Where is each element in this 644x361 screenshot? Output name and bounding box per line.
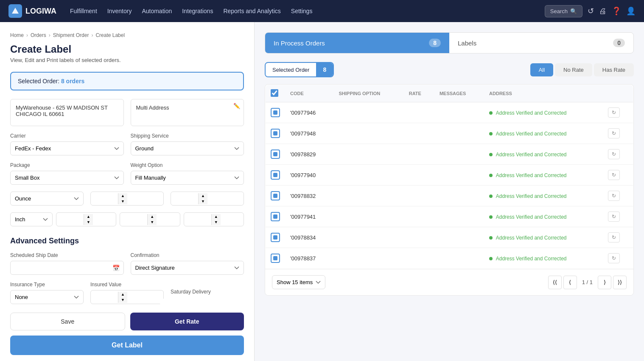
nav-settings[interactable]: Settings [291,6,313,16]
print-icon[interactable]: 🖨 [599,7,607,16]
row-icon[interactable] [271,170,280,180]
nav-integrations[interactable]: Integrations [182,6,213,16]
weight-field-1[interactable]: 0.00 [91,192,118,205]
search-box[interactable]: Search 🔍 [545,5,582,17]
table-row: '00978832 Address Verified and Corrected… [266,186,633,206]
weight-up-1[interactable]: ▲ [118,193,127,199]
breadcrumb-shipment-order[interactable]: Shipment Order [53,32,89,38]
status-text: Address Verified and Corrected [496,172,567,178]
refresh-button[interactable]: ↻ [608,212,620,222]
col-code: CODE [285,85,333,102]
table-row: '00978829 Address Verified and Corrected… [266,144,633,165]
dim-length-field[interactable]: 5.00 in [56,213,84,226]
refresh-button[interactable]: ↻ [608,128,620,138]
page-prev[interactable]: ⟨ [563,276,577,289]
weight-down-2[interactable]: ▼ [199,199,207,204]
refresh-button[interactable]: ↻ [608,253,620,263]
confirmation-select[interactable]: Direct Signature [131,261,244,275]
insurance-type-select[interactable]: None [10,290,84,304]
dim-width-field[interactable]: 3.50 in [120,213,147,226]
row-rate [404,102,434,123]
row-icon[interactable] [271,129,280,138]
panel-tabs: In Process Orders 8 Labels 0 [265,32,634,54]
row-icon[interactable] [271,149,280,159]
refresh-button[interactable]: ↻ [608,149,620,159]
history-icon[interactable]: ↺ [588,6,594,16]
carrier-label: Carrier [10,133,124,139]
dim-width-down[interactable]: ▼ [148,220,157,225]
scheduled-ship-date-col: Scheduled Ship Date 2024/01/06 📅 [10,252,124,275]
dim-length-down[interactable]: ▼ [84,220,93,225]
dim-height-spinner: ▲ ▼ [211,214,221,225]
filter-selected-label: Selected Order [266,63,316,76]
filter-has-rate-btn[interactable]: Has Rate [594,63,634,76]
dim-width-up[interactable]: ▲ [148,214,157,220]
confirmation-col: Confirmation Direct Signature [131,252,244,275]
filter-all-btn[interactable]: All [530,63,553,76]
row-refresh: ↻ [603,165,633,186]
row-icon[interactable] [271,212,280,221]
row-shipping-option [333,123,403,144]
help-icon[interactable]: ❓ [612,6,621,16]
weight-up-2[interactable]: ▲ [199,193,207,199]
row-checkbox-cell [266,206,286,227]
row-address: Address Verified and Corrected [484,206,603,227]
user-icon[interactable]: 👤 [626,6,636,16]
dim-length-up[interactable]: ▲ [84,214,93,220]
show-items-select[interactable]: Show 15 items Show 5 items Show 10 items… [272,275,325,289]
filter-no-rate-btn[interactable]: No Rate [555,63,592,76]
refresh-button[interactable]: ↻ [608,107,620,118]
carrier-select[interactable]: FedEx - Fedex [10,141,124,155]
nav-automation[interactable]: Automation [142,6,172,16]
page-layout: Home › Orders › Shipment Order › Create … [0,22,644,361]
row-icon-inner [273,194,277,198]
breadcrumb-orders[interactable]: Orders [31,32,46,38]
package-select[interactable]: Small Box [10,171,124,185]
get-rate-button[interactable]: Get Rate [130,313,244,330]
header-checkbox[interactable] [271,89,278,97]
tab-in-process[interactable]: In Process Orders 8 [265,33,449,53]
weight-field-2[interactable]: 0.00 [171,192,198,205]
package-row: Package Small Box Weight Option Fill Man… [10,162,244,185]
refresh-button[interactable]: ↻ [608,232,620,243]
insured-value-down[interactable]: ▼ [118,297,127,303]
row-refresh: ↻ [603,248,633,269]
nav-reports[interactable]: Reports and Analytics [223,6,280,16]
page-first[interactable]: ⟨⟨ [548,276,562,289]
row-icon[interactable] [271,254,280,263]
insured-value-field[interactable]: 0.00 [91,290,118,304]
row-icon[interactable] [271,191,280,200]
weight-option-select[interactable]: Fill Manually [131,171,244,185]
insured-value-col: Insured Value 0.00 ▲ ▼ [90,282,164,304]
dim-unit-select[interactable]: Inch [10,212,53,226]
dim-height-field[interactable]: 2.00 in [184,213,211,226]
get-label-button[interactable]: Get Label [10,336,244,355]
page-last[interactable]: ⟩⟩ [613,276,627,289]
left-panel: Home › Orders › Shipment Order › Create … [0,22,255,361]
nav-fulfillment[interactable]: Fulfillment [70,6,97,16]
weight-option-col: Weight Option Fill Manually [131,162,244,185]
insured-value-up[interactable]: ▲ [118,292,127,297]
page-next[interactable]: ⟩ [598,276,611,289]
col-address: ADDRESS [484,85,603,102]
dim-height-down[interactable]: ▼ [212,220,221,225]
breadcrumb-home[interactable]: Home [10,32,24,38]
row-icon[interactable] [271,233,280,242]
status-dot [489,174,493,177]
shipping-service-select[interactable]: Ground [131,141,244,155]
row-icon[interactable] [271,108,280,117]
row-code: '00978837 [285,248,333,269]
refresh-button[interactable]: ↻ [608,170,620,180]
save-button[interactable]: Save [10,313,125,330]
edit-address-icon[interactable]: ✏️ [233,103,240,109]
table-row: '00977941 Address Verified and Corrected… [266,206,633,227]
refresh-button[interactable]: ↻ [608,191,620,201]
nav-inventory[interactable]: Inventory [107,6,132,16]
status-dot [489,153,493,156]
weight-unit-select[interactable]: Ounce [10,192,84,206]
tab-labels[interactable]: Labels 0 [449,33,633,53]
weight-down-1[interactable]: ▼ [118,199,127,204]
dim-width-col: 3.50 in ▲ ▼ [120,212,180,226]
scheduled-ship-date-field[interactable]: 2024/01/06 [10,261,124,275]
dim-height-up[interactable]: ▲ [212,214,221,220]
